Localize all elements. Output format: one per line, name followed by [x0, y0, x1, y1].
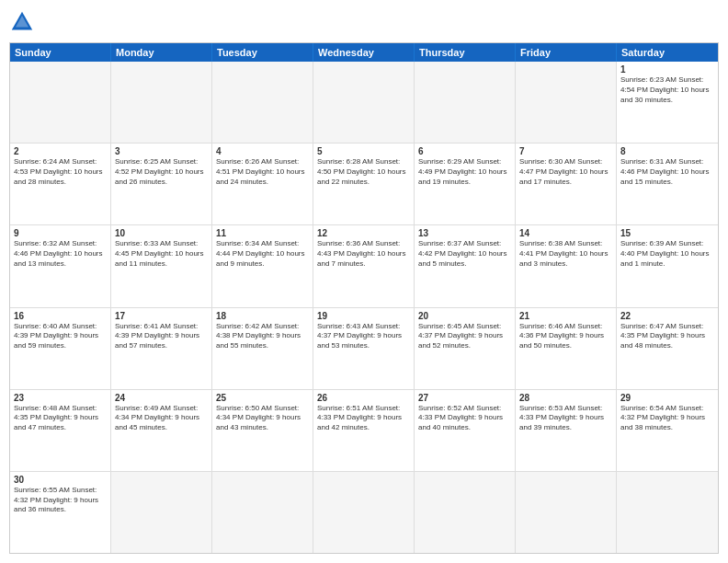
- cal-cell: 18Sunrise: 6:42 AM Sunset: 4:38 PM Dayli…: [212, 308, 313, 389]
- cal-cell: 20Sunrise: 6:45 AM Sunset: 4:37 PM Dayli…: [415, 308, 516, 389]
- day-number: 18: [216, 311, 309, 321]
- day-number: 2: [14, 146, 107, 156]
- cal-cell: 16Sunrise: 6:40 AM Sunset: 4:39 PM Dayli…: [10, 308, 111, 389]
- day-number: 24: [115, 393, 208, 403]
- day-number: 14: [519, 228, 612, 238]
- cell-info: Sunrise: 6:41 AM Sunset: 4:39 PM Dayligh…: [115, 322, 208, 351]
- cal-cell: [415, 62, 516, 143]
- day-header-tuesday: Tuesday: [212, 43, 313, 62]
- cal-cell: 3Sunrise: 6:25 AM Sunset: 4:52 PM Daylig…: [111, 144, 212, 224]
- cell-info: Sunrise: 6:40 AM Sunset: 4:39 PM Dayligh…: [14, 322, 107, 351]
- cal-row-1: 2Sunrise: 6:24 AM Sunset: 4:53 PM Daylig…: [10, 144, 718, 225]
- cell-info: Sunrise: 6:32 AM Sunset: 4:46 PM Dayligh…: [14, 239, 107, 269]
- cal-cell: [111, 62, 212, 143]
- cell-info: Sunrise: 6:28 AM Sunset: 4:50 PM Dayligh…: [317, 157, 410, 187]
- day-number: 13: [418, 228, 511, 238]
- cell-info: Sunrise: 6:38 AM Sunset: 4:41 PM Dayligh…: [519, 239, 612, 269]
- cal-cell: 28Sunrise: 6:53 AM Sunset: 4:33 PM Dayli…: [516, 390, 617, 471]
- day-number: 30: [14, 475, 107, 485]
- logo-icon: [9, 9, 35, 35]
- day-header-saturday: Saturday: [617, 43, 718, 62]
- cell-info: Sunrise: 6:54 AM Sunset: 4:32 PM Dayligh…: [620, 404, 714, 433]
- cal-cell: 12Sunrise: 6:36 AM Sunset: 4:43 PM Dayli…: [313, 225, 415, 306]
- cal-cell: 11Sunrise: 6:34 AM Sunset: 4:44 PM Dayli…: [212, 225, 313, 306]
- cal-cell: 27Sunrise: 6:52 AM Sunset: 4:33 PM Dayli…: [415, 390, 516, 471]
- cell-info: Sunrise: 6:48 AM Sunset: 4:35 PM Dayligh…: [14, 404, 107, 433]
- cell-info: Sunrise: 6:26 AM Sunset: 4:51 PM Dayligh…: [216, 157, 309, 187]
- day-number: 11: [216, 228, 309, 238]
- calendar-body: 1Sunrise: 6:23 AM Sunset: 4:54 PM Daylig…: [10, 62, 718, 553]
- cal-cell: [111, 472, 212, 553]
- cal-cell: 22Sunrise: 6:47 AM Sunset: 4:35 PM Dayli…: [617, 308, 718, 389]
- day-number: 10: [115, 228, 208, 238]
- cal-cell: [10, 62, 111, 143]
- logo: [9, 9, 39, 35]
- cal-row-5: 30Sunrise: 6:55 AM Sunset: 4:32 PM Dayli…: [10, 472, 718, 553]
- cell-info: Sunrise: 6:46 AM Sunset: 4:36 PM Dayligh…: [519, 322, 612, 351]
- cal-row-3: 16Sunrise: 6:40 AM Sunset: 4:39 PM Dayli…: [10, 308, 718, 390]
- day-number: 7: [519, 146, 612, 156]
- cal-cell: 24Sunrise: 6:49 AM Sunset: 4:34 PM Dayli…: [111, 390, 212, 471]
- day-header-thursday: Thursday: [415, 43, 516, 62]
- day-number: 16: [14, 311, 107, 321]
- cell-info: Sunrise: 6:30 AM Sunset: 4:47 PM Dayligh…: [519, 157, 612, 187]
- day-number: 15: [620, 228, 714, 238]
- cell-info: Sunrise: 6:50 AM Sunset: 4:34 PM Dayligh…: [216, 404, 309, 433]
- cell-info: Sunrise: 6:36 AM Sunset: 4:43 PM Dayligh…: [317, 239, 410, 269]
- cell-info: Sunrise: 6:37 AM Sunset: 4:42 PM Dayligh…: [418, 239, 511, 269]
- calendar-header: SundayMondayTuesdayWednesdayThursdayFrid…: [10, 43, 718, 62]
- cal-cell: [212, 472, 313, 553]
- cell-info: Sunrise: 6:52 AM Sunset: 4:33 PM Dayligh…: [418, 404, 511, 433]
- day-number: 21: [519, 311, 612, 321]
- cal-cell: 10Sunrise: 6:33 AM Sunset: 4:45 PM Dayli…: [111, 225, 212, 306]
- cal-cell: [313, 472, 415, 553]
- cal-cell: [516, 472, 617, 553]
- cell-info: Sunrise: 6:55 AM Sunset: 4:32 PM Dayligh…: [14, 486, 107, 515]
- day-number: 22: [620, 311, 714, 321]
- cal-cell: 23Sunrise: 6:48 AM Sunset: 4:35 PM Dayli…: [10, 390, 111, 471]
- cell-info: Sunrise: 6:42 AM Sunset: 4:38 PM Dayligh…: [216, 322, 309, 351]
- cal-cell: 4Sunrise: 6:26 AM Sunset: 4:51 PM Daylig…: [212, 144, 313, 224]
- day-number: 28: [519, 393, 612, 403]
- cal-cell: [415, 472, 516, 553]
- day-number: 8: [620, 146, 714, 156]
- day-number: 23: [14, 393, 107, 403]
- cal-cell: 25Sunrise: 6:50 AM Sunset: 4:34 PM Dayli…: [212, 390, 313, 471]
- day-number: 17: [115, 311, 208, 321]
- cal-cell: 21Sunrise: 6:46 AM Sunset: 4:36 PM Dayli…: [516, 308, 617, 389]
- cal-row-2: 9Sunrise: 6:32 AM Sunset: 4:46 PM Daylig…: [10, 225, 718, 307]
- cal-cell: [617, 472, 718, 553]
- cal-row-4: 23Sunrise: 6:48 AM Sunset: 4:35 PM Dayli…: [10, 390, 718, 472]
- cell-info: Sunrise: 6:23 AM Sunset: 4:54 PM Dayligh…: [620, 75, 714, 105]
- cal-cell: 14Sunrise: 6:38 AM Sunset: 4:41 PM Dayli…: [516, 225, 617, 306]
- calendar: SundayMondayTuesdayWednesdayThursdayFrid…: [9, 42, 719, 554]
- cell-info: Sunrise: 6:39 AM Sunset: 4:40 PM Dayligh…: [620, 239, 714, 269]
- day-number: 3: [115, 146, 208, 156]
- cal-cell: 29Sunrise: 6:54 AM Sunset: 4:32 PM Dayli…: [617, 390, 718, 471]
- cell-info: Sunrise: 6:33 AM Sunset: 4:45 PM Dayligh…: [115, 239, 208, 269]
- day-number: 12: [317, 228, 410, 238]
- day-number: 20: [418, 311, 511, 321]
- day-number: 19: [317, 311, 410, 321]
- cell-info: Sunrise: 6:51 AM Sunset: 4:33 PM Dayligh…: [317, 404, 410, 433]
- day-number: 27: [418, 393, 511, 403]
- day-number: 4: [216, 146, 309, 156]
- day-number: 26: [317, 393, 410, 403]
- cell-info: Sunrise: 6:43 AM Sunset: 4:37 PM Dayligh…: [317, 322, 410, 351]
- cal-cell: 1Sunrise: 6:23 AM Sunset: 4:54 PM Daylig…: [617, 62, 718, 143]
- day-header-monday: Monday: [111, 43, 212, 62]
- cal-cell: 5Sunrise: 6:28 AM Sunset: 4:50 PM Daylig…: [313, 144, 415, 224]
- cal-cell: 19Sunrise: 6:43 AM Sunset: 4:37 PM Dayli…: [313, 308, 415, 389]
- cal-row-0: 1Sunrise: 6:23 AM Sunset: 4:54 PM Daylig…: [10, 62, 718, 144]
- header: [9, 9, 719, 35]
- cell-info: Sunrise: 6:29 AM Sunset: 4:49 PM Dayligh…: [418, 157, 511, 187]
- day-header-sunday: Sunday: [10, 43, 111, 62]
- day-number: 5: [317, 146, 410, 156]
- cal-cell: [516, 62, 617, 143]
- cal-cell: 7Sunrise: 6:30 AM Sunset: 4:47 PM Daylig…: [516, 144, 617, 224]
- cal-cell: 15Sunrise: 6:39 AM Sunset: 4:40 PM Dayli…: [617, 225, 718, 306]
- day-header-wednesday: Wednesday: [313, 43, 415, 62]
- day-number: 6: [418, 146, 511, 156]
- day-number: 1: [620, 64, 714, 75]
- cal-cell: 17Sunrise: 6:41 AM Sunset: 4:39 PM Dayli…: [111, 308, 212, 389]
